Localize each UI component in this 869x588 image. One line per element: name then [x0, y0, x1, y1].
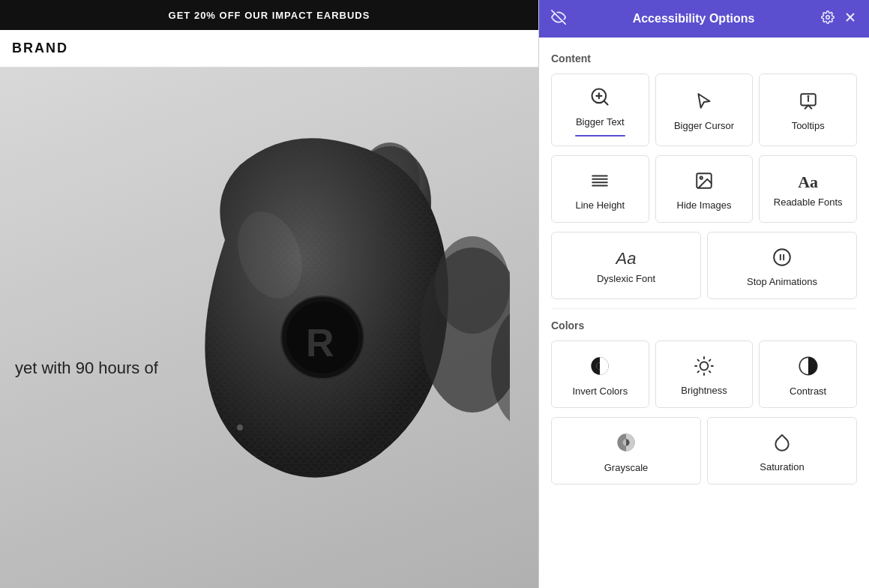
line-height-label: Line Height — [575, 200, 625, 211]
svg-point-27 — [700, 176, 703, 178]
panel-body: Content Bigger Text — [539, 38, 869, 588]
grayscale-icon — [616, 432, 637, 456]
svg-point-33 — [700, 362, 709, 370]
svg-line-37 — [709, 370, 711, 372]
svg-line-40 — [698, 370, 700, 372]
hide-images-label: Hide Images — [677, 200, 732, 211]
contrast-label: Contrast — [790, 386, 826, 397]
dyslexic-font-option[interactable]: Aa Dyslexic Font — [551, 232, 701, 299]
saturation-icon — [772, 433, 792, 455]
line-height-icon — [590, 171, 610, 194]
svg-point-8 — [435, 236, 510, 334]
tooltips-icon — [799, 92, 818, 114]
svg-point-10 — [237, 424, 243, 430]
bigger-cursor-label: Bigger Cursor — [674, 120, 734, 131]
stop-animations-icon — [772, 248, 792, 270]
colors-row-2: Grayscale Saturation — [551, 417, 857, 484]
saturation-label: Saturation — [760, 461, 804, 472]
promo-text: GET 20% OFF OUR IMPACT EARBUDS — [169, 10, 370, 21]
tooltips-option[interactable]: Tooltips — [759, 74, 857, 146]
colors-section-label: Colors — [551, 320, 857, 332]
grayscale-label: Grayscale — [604, 462, 649, 473]
brightness-icon — [694, 356, 714, 379]
eye-off-icon[interactable] — [551, 10, 566, 28]
stop-animations-label: Stop Animations — [747, 276, 817, 287]
invert-colors-icon — [589, 356, 610, 380]
colors-row-1: Invert Colors Bright — [551, 340, 857, 408]
brand-logo: BRAND — [0, 30, 538, 68]
content-row-3: Aa Dyslexic Font Stop Animations — [551, 232, 857, 299]
gear-icon[interactable] — [821, 10, 835, 28]
bigger-text-accent — [575, 135, 626, 136]
svg-point-21 — [808, 96, 808, 97]
dyslexic-font-label: Dyslexic Font — [597, 273, 655, 284]
content-section-label: Content — [551, 52, 857, 64]
invert-colors-option[interactable]: Invert Colors — [551, 340, 649, 408]
brightness-label: Brightness — [681, 385, 727, 396]
panel-title: Accessibility Options — [566, 12, 821, 26]
accessibility-panel: Accessibility Options Content — [538, 0, 869, 588]
hero-area: R yet with 90 hours of — [0, 68, 538, 588]
contrast-icon — [798, 356, 819, 380]
svg-point-12 — [826, 15, 830, 19]
line-height-option[interactable]: Line Height — [551, 155, 649, 223]
contrast-option[interactable]: Contrast — [759, 340, 857, 408]
earbud-image: R — [75, 105, 510, 555]
panel-header: Accessibility Options — [539, 0, 869, 38]
bigger-text-option[interactable]: Bigger Text — [551, 74, 649, 146]
bigger-text-label: Bigger Text — [576, 116, 625, 128]
readable-fonts-option[interactable]: Aa Readable Fonts — [759, 155, 857, 223]
bigger-cursor-option[interactable]: Bigger Cursor — [655, 74, 754, 146]
grayscale-option[interactable]: Grayscale — [551, 417, 701, 484]
svg-line-36 — [698, 359, 700, 361]
readable-fonts-label: Readable Fonts — [774, 196, 843, 208]
stop-animations-option[interactable]: Stop Animations — [707, 232, 857, 299]
close-icon[interactable] — [844, 10, 857, 28]
invert-colors-label: Invert Colors — [572, 386, 628, 397]
dyslexic-font-icon: Aa — [616, 250, 637, 267]
brightness-option[interactable]: Brightness — [655, 340, 754, 408]
panel-header-right-icons — [821, 10, 857, 28]
hide-images-icon — [694, 171, 714, 194]
content-row-2: Line Height Hide Images Aa Readable Font… — [551, 155, 857, 223]
svg-line-16 — [604, 100, 608, 104]
tooltips-label: Tooltips — [792, 120, 825, 131]
hero-text: yet with 90 hours of — [15, 358, 158, 378]
panel-header-icons — [551, 10, 566, 28]
content-row-1: Bigger Text Bigger Cursor — [551, 74, 857, 146]
svg-line-41 — [709, 359, 711, 361]
brand-label: BRAND — [12, 40, 68, 56]
saturation-option[interactable]: Saturation — [707, 417, 857, 484]
svg-text:R: R — [306, 321, 334, 364]
section-divider — [551, 308, 857, 309]
hide-images-option[interactable]: Hide Images — [655, 155, 754, 223]
svg-point-28 — [774, 249, 790, 266]
promo-banner: GET 20% OFF OUR IMPACT EARBUDS — [0, 0, 538, 30]
readable-fonts-icon: Aa — [798, 174, 818, 190]
bigger-cursor-icon — [694, 92, 714, 114]
bigger-text-icon — [589, 86, 610, 110]
